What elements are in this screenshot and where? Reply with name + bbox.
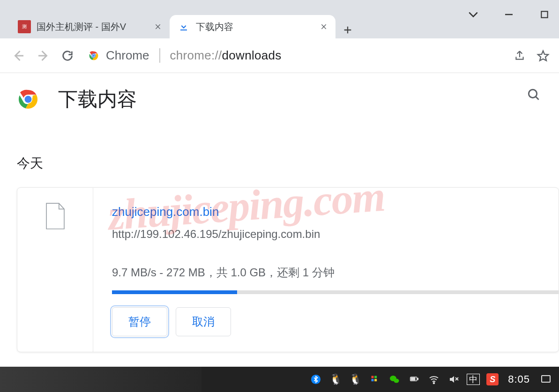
download-filename-link[interactable]: zhujiceping.com.bin	[112, 205, 559, 219]
battery-icon[interactable]	[408, 373, 421, 386]
taskbar-left-area	[0, 367, 201, 392]
svg-rect-17	[417, 378, 418, 380]
browser-tab-inactive[interactable]: 测 国外主机测评 - 国外V	[10, 15, 170, 38]
page-title: 下载内容	[58, 86, 137, 112]
sogou-ime-icon[interactable]: S	[486, 373, 499, 385]
download-progress-bar	[112, 290, 559, 294]
file-icon	[45, 203, 66, 230]
svg-rect-0	[541, 11, 547, 17]
wechat-icon[interactable]	[388, 373, 401, 386]
tab-title: 下载内容	[196, 21, 319, 33]
qq-icon[interactable]: 🐧	[349, 373, 362, 386]
system-tray: 🐧 🐧 中 S 8:05	[309, 373, 552, 386]
pause-button[interactable]: 暂停	[112, 307, 167, 336]
notifications-icon[interactable]	[539, 373, 552, 386]
download-icon	[177, 20, 190, 33]
star-icon[interactable]	[537, 49, 550, 62]
download-actions: 暂停 取消	[112, 307, 559, 336]
favicon-site-icon: 测	[18, 20, 31, 33]
svg-rect-13	[374, 379, 377, 381]
close-icon[interactable]	[319, 22, 329, 32]
search-icon[interactable]	[525, 86, 542, 103]
window-controls	[467, 8, 551, 21]
browser-titlebar: 测 国外主机测评 - 国外V 下载内容	[0, 0, 559, 38]
svg-point-19	[433, 383, 435, 384]
back-button[interactable]	[9, 46, 28, 65]
address-bar[interactable]: Chrome chrome://downloads	[87, 48, 501, 63]
app-tray-icon[interactable]	[368, 373, 381, 386]
ime-indicator[interactable]: 中	[467, 374, 480, 385]
cancel-button[interactable]: 取消	[176, 307, 231, 336]
window-maximize-button[interactable]	[538, 8, 551, 21]
svg-rect-10	[372, 376, 374, 378]
chrome-icon	[87, 49, 100, 62]
share-icon[interactable]	[513, 49, 526, 62]
downloads-page: zhujiceping.com 下载内容 今天 zhujiceping.com.…	[0, 73, 559, 367]
chrome-logo-icon	[17, 88, 39, 111]
download-progress-fill	[112, 290, 237, 294]
svg-point-7	[25, 96, 32, 103]
qq-icon[interactable]: 🐧	[329, 373, 342, 386]
svg-rect-20	[542, 376, 550, 382]
toolbar-actions	[513, 49, 550, 62]
svg-point-4	[93, 54, 95, 57]
download-source-url: http://199.102.46.195/zhujiceping.com.bi…	[112, 228, 559, 241]
new-tab-button[interactable]	[340, 22, 355, 37]
svg-point-15	[394, 379, 399, 383]
url-text: chrome://downloads	[170, 48, 281, 63]
chevron-down-icon[interactable]	[467, 8, 479, 21]
forward-button[interactable]	[34, 46, 52, 65]
taskbar-clock[interactable]: 8:05	[508, 373, 530, 385]
svg-rect-18	[411, 378, 415, 380]
download-details: zhujiceping.com.bin http://199.102.46.19…	[93, 188, 559, 352]
url-chip: Chrome	[87, 48, 160, 63]
close-icon[interactable]	[153, 22, 163, 32]
download-status-text: 9.7 MB/s - 272 MB，共 1.0 GB，还剩 1 分钟	[112, 265, 559, 280]
svg-rect-11	[374, 376, 377, 378]
window-minimize-button[interactable]	[503, 8, 515, 21]
svg-rect-12	[372, 379, 374, 381]
chip-label: Chrome	[106, 48, 149, 63]
windows-taskbar: 🐧 🐧 中 S 8:05	[0, 367, 559, 392]
download-icon-column	[17, 188, 93, 352]
wifi-icon[interactable]	[427, 373, 440, 386]
date-group-label: 今天	[17, 155, 559, 172]
reload-button[interactable]	[58, 46, 77, 65]
tab-strip: 测 国外主机测评 - 国外V 下载内容	[0, 0, 355, 38]
volume-mute-icon[interactable]	[447, 373, 460, 386]
bluetooth-icon[interactable]	[309, 373, 322, 386]
download-item-card: zhujiceping.com.bin http://199.102.46.19…	[17, 187, 559, 352]
tab-title: 国外主机测评 - 国外V	[37, 21, 153, 33]
browser-toolbar: Chrome chrome://downloads	[0, 38, 559, 73]
page-header: 下载内容	[17, 86, 559, 112]
browser-tab-active[interactable]: 下载内容	[170, 15, 335, 38]
